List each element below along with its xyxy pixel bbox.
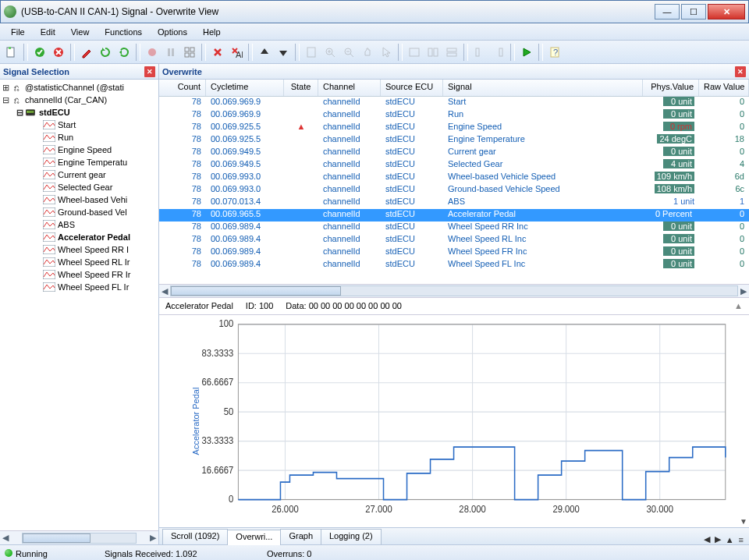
maximize-button[interactable] [681,4,706,19]
svg-rect-10 [190,53,194,57]
table-row[interactable]: 7800.069.989.4channelIdstdECUWheel Speed… [159,259,749,271]
table-row[interactable]: 7800.069.925.5▲channelIdstdECUEngine Spe… [159,122,749,134]
table-row[interactable]: 7800.069.949.5channelIdstdECUSelected Ge… [159,159,749,172]
svg-text:27.000: 27.000 [365,503,392,515]
zoom-in-icon[interactable] [321,44,339,61]
menu-bar: File Edit View Functions Options Help [0,23,749,41]
tree-signal[interactable]: ABS [2,218,157,231]
tab-up-icon[interactable]: ▲ [723,535,737,544]
sidebar-hscroll[interactable]: ◀▶ [0,530,158,544]
menu-file[interactable]: File [3,27,33,37]
svg-rect-6 [172,48,174,56]
tree-signal[interactable]: Wheel Speed RL Ir [2,256,157,268]
tree-signal[interactable]: Start [2,119,157,131]
th-count[interactable]: Count [159,80,206,96]
page-icon[interactable] [303,44,320,61]
svg-rect-5 [168,48,170,56]
table-row[interactable]: 7800.069.993.0channelIdstdECUWheel-based… [159,172,749,184]
th-channel[interactable]: Channel [318,80,381,96]
svg-rect-19 [447,53,456,56]
overwrite-close-icon[interactable]: ✕ [735,66,746,77]
tree-signal[interactable]: Ground-based Vel [2,206,157,218]
stop-icon[interactable] [50,44,67,61]
delete-all-icon[interactable]: ALL [228,44,245,61]
tree-signal[interactable]: Engine Speed [2,144,157,156]
signal-table[interactable]: 7800.069.969.9channelIdstdECUStart0 unit… [159,97,749,284]
pause-icon[interactable] [162,44,179,61]
new-icon[interactable] [3,44,20,61]
marker1-icon[interactable] [471,44,488,61]
table-row[interactable]: 7800.069.949.5channelIdstdECUCurrent gea… [159,147,749,159]
tab-prev-icon[interactable]: ◀ [701,534,712,544]
delete-icon[interactable] [209,44,226,61]
close-button[interactable] [708,4,745,19]
scroll-up-icon[interactable]: ▲ [734,301,743,311]
zoom-out-icon[interactable] [340,44,357,61]
chart-nav-icon[interactable]: ▼ [740,517,747,526]
cursor-icon[interactable] [378,44,395,61]
tree-ecu[interactable]: ⊟📟stdECU [2,106,157,119]
table-row[interactable]: 7800.069.989.4channelIdstdECUWheel Speed… [159,246,749,259]
signal-tree[interactable]: ⊞⎌@statisticChannel (@stati ⊟⎌channelId … [0,80,158,530]
tree-root-statistic[interactable]: ⊞⎌@statisticChannel (@stati [2,81,157,94]
menu-options[interactable]: Options [150,27,195,37]
th-signal[interactable]: Signal [443,80,643,96]
table-row[interactable]: 7800.069.969.9channelIdstdECUStart0 unit… [159,97,749,109]
tree-signal[interactable]: Wheel Speed FL Ir [2,281,157,293]
menu-functions[interactable]: Functions [97,27,150,37]
table-row[interactable]: 7800.069.989.4channelIdstdECUWheel Speed… [159,234,749,246]
table-row[interactable]: 7800.069.969.9channelIdstdECURun0 unit0 [159,109,749,122]
table-row[interactable]: 7800.069.993.0channelIdstdECUGround-base… [159,184,749,197]
detail-id: ID: 100 [246,301,273,311]
tab-next-icon[interactable]: ▶ [712,534,723,544]
tree-signal[interactable]: Accelerator Pedal [2,231,157,243]
tree-signal[interactable]: Current gear [2,168,157,181]
tab-scroll[interactable]: Scroll (1092) [162,529,228,544]
tab-graph[interactable]: Graph [280,529,321,544]
tree-signal[interactable]: Wheel-based Vehi [2,193,157,206]
svg-text:29.000: 29.000 [552,503,580,515]
menu-edit[interactable]: Edit [33,27,63,37]
down-arrow-icon[interactable] [275,44,292,61]
tree-signal[interactable]: Selected Gear [2,181,157,193]
win2-icon[interactable] [424,44,442,61]
pencil-icon[interactable] [78,44,95,61]
help-icon[interactable]: ? [546,44,563,61]
table-hscroll[interactable]: ◀ ▶ [159,284,749,298]
table-row[interactable]: 7800.069.965.5channelIdstdECUAccelerator… [159,209,749,222]
win3-icon[interactable] [443,44,460,61]
th-sourceecu[interactable]: Source ECU [381,80,443,96]
svg-text:100: 100 [218,318,233,330]
grid-icon[interactable] [181,44,198,61]
refresh-icon[interactable] [97,44,114,61]
tree-signal[interactable]: Run [2,131,157,144]
table-row[interactable]: 7800.070.013.4channelIdstdECUABS1 unit1 [159,197,749,209]
sidebar-close-icon[interactable]: ✕ [144,66,155,77]
tree-signal[interactable]: Engine Temperatu [2,156,157,168]
minimize-button[interactable] [655,4,680,19]
hand-icon[interactable] [359,44,376,61]
refresh2-icon[interactable] [115,44,133,61]
th-physvalue[interactable]: Phys.Value [643,80,699,96]
th-state[interactable]: State [284,80,318,96]
th-rawvalue[interactable]: Raw Value [699,80,749,96]
tab-menu-icon[interactable]: ≡ [737,535,746,544]
menu-help[interactable]: Help [195,27,229,37]
menu-view[interactable]: View [63,27,98,37]
svg-text:28.000: 28.000 [459,503,486,515]
th-cycletime[interactable]: Cycletime [206,80,284,96]
tree-signal[interactable]: Wheel Speed FR Ir [2,268,157,281]
tab-overwrite[interactable]: Overwri... [227,530,281,545]
win1-icon[interactable] [406,44,423,61]
table-row[interactable]: 7800.069.989.4channelIdstdECUWheel Speed… [159,222,749,234]
record-icon[interactable] [144,44,161,61]
up-arrow-icon[interactable] [256,44,273,61]
tab-logging[interactable]: Logging (2) [321,529,382,544]
tree-signal[interactable]: Wheel Speed RR I [2,243,157,256]
chart-area[interactable]: Accelerator Pedal 016.666733.33335066.66… [159,315,749,527]
marker2-icon[interactable] [490,44,507,61]
table-row[interactable]: 7800.069.925.5channelIdstdECUEngine Temp… [159,134,749,147]
play-icon[interactable] [518,44,535,61]
ok-icon[interactable] [31,44,48,61]
tree-root-channel[interactable]: ⊟⎌channelId (Car_CAN) [2,94,157,106]
